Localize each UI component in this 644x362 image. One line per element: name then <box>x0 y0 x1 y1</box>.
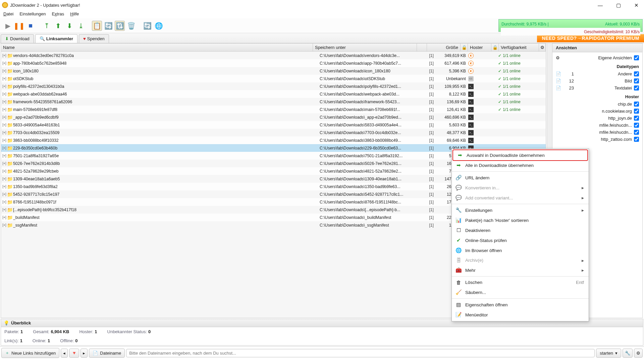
play-icon[interactable]: ▶ <box>3 21 13 31</box>
hoster-label[interactable]: n.cookielaw.org <box>556 109 632 114</box>
expand-icon[interactable]: [+] <box>2 92 7 96</box>
col-parts[interactable] <box>417 44 427 51</box>
expand-icon[interactable]: [+] <box>2 100 7 104</box>
table-row[interactable]: [+]📁5833-d49005a4e48163b1C:\Users\fab\Do… <box>1 121 546 129</box>
refresh-icon[interactable]: 🔄 <box>103 21 113 31</box>
filetype-label[interactable]: Textdatei <box>576 85 632 90</box>
arrow-down-icon[interactable]: ⬇ <box>64 21 74 31</box>
ctx-convert[interactable]: 💬Konvertieren in...▸ <box>452 183 589 193</box>
table-row[interactable]: [+]📁otSDKStubC:\Users\fab\Downloads\otSD… <box>1 75 546 82</box>
tab-linksammler[interactable]: 🔍Linksammler <box>35 34 77 43</box>
ctx-clean[interactable]: 🧹Säubern... <box>452 287 589 297</box>
stop-icon[interactable]: ■ <box>25 21 36 31</box>
col-name[interactable]: Name <box>1 44 313 51</box>
expand-icon[interactable]: [+] <box>2 115 7 119</box>
ctx-add-converted[interactable]: 💬Add converted variant...▸ <box>452 193 589 203</box>
hoster-checkbox[interactable] <box>634 130 639 135</box>
hoster-label[interactable]: http_joyn.de <box>556 116 632 121</box>
table-row[interactable]: [+]📁_app-e2ad70b9ed6cdbf9C:\Users\fab\Do… <box>1 113 546 121</box>
expand-icon[interactable]: [+] <box>2 123 7 127</box>
expand-icon[interactable]: [+] <box>2 200 7 204</box>
table-row[interactable]: [+]📁vendors-4d4dc3ed0ec782781c0aC:\Users… <box>1 52 546 59</box>
lock-icon[interactable]: 🔒 <box>491 44 499 51</box>
window-minimize-icon[interactable]: — <box>598 3 603 8</box>
own-views-checkbox[interactable] <box>634 55 639 60</box>
arrow-right-button[interactable]: ▸ <box>80 349 88 358</box>
ctx-menu-editor[interactable]: 📝Menüeditor <box>452 310 589 320</box>
expand-icon[interactable]: [+] <box>2 208 7 212</box>
table-row[interactable]: [+]📁app-780b40ab5c762be85948C:\Users\fab… <box>1 59 546 67</box>
expand-icon[interactable]: [+] <box>2 192 7 196</box>
arrow-up-full-icon[interactable]: ⤒ <box>42 21 52 31</box>
expand-icon[interactable]: [+] <box>2 146 7 150</box>
hoster-label[interactable]: mfile.feishucdn... <box>556 123 632 128</box>
ctx-sort-hoster[interactable]: 📊Paket(e) nach 'Hoster' sortieren <box>452 215 589 225</box>
ctx-url-change[interactable]: 🔗URL ändern <box>452 173 589 183</box>
window-close-icon[interactable]: ✕ <box>634 3 639 8</box>
hoster-label[interactable]: http_zattoo.com <box>556 137 632 142</box>
dropdown-button[interactable]: 🔻 <box>69 349 79 358</box>
expand-icon[interactable]: [+] <box>2 169 7 173</box>
hoster-checkbox[interactable] <box>634 102 639 107</box>
pause-icon[interactable]: ❚❚ <box>14 21 24 31</box>
filetype-checkbox[interactable] <box>634 78 639 83</box>
tool-settings-icon[interactable]: ⚙ <box>634 349 643 358</box>
filetype-label[interactable]: Bild <box>576 78 632 83</box>
filetype-label[interactable]: Andere <box>576 71 632 76</box>
expand-icon[interactable]: [+] <box>2 131 7 134</box>
expand-icon[interactable]: [+] <box>2 138 7 142</box>
ctx-check-online[interactable]: ✔Online-Status prüfen <box>452 235 589 245</box>
premium-bar[interactable]: ＋Einen Premiumaccount hinzufügen... <box>0 359 644 362</box>
expand-icon[interactable]: [+] <box>2 154 7 158</box>
filetype-checkbox[interactable] <box>634 85 639 90</box>
hoster-checkbox[interactable] <box>634 116 639 121</box>
expand-icon[interactable]: [+] <box>2 185 7 188</box>
search-input[interactable] <box>129 351 592 356</box>
ctx-add-selection[interactable]: ➡Auswahl in Downloadliste übernehmen <box>452 149 588 161</box>
expand-icon[interactable]: [+] <box>2 177 7 181</box>
globe-icon[interactable]: 🌐 <box>154 21 164 31</box>
clipboard-watch-icon[interactable]: 📋 <box>92 21 102 31</box>
delete-icon[interactable]: 🗑️ <box>126 21 136 31</box>
arrow-up-icon[interactable]: ⬆ <box>53 21 63 31</box>
ctx-deactivate[interactable]: ☐Deaktivieren <box>452 225 589 235</box>
ctx-delete[interactable]: 🗑LöschenEntf <box>452 278 589 287</box>
menu-extras[interactable]: Extras <box>52 11 64 16</box>
col-hoster[interactable]: Hoster <box>468 44 491 51</box>
expand-icon[interactable]: [+] <box>2 223 7 227</box>
hoster-checkbox[interactable] <box>634 109 639 114</box>
ctx-more[interactable]: 🧰Mehr▸ <box>452 265 589 275</box>
ctx-archive[interactable]: 🗄Archiv(e)▸ <box>452 255 589 265</box>
table-row[interactable]: [+]📁webpack-abe03ddab62eaa46C:\Users\fab… <box>1 90 546 98</box>
ctx-open-browser[interactable]: 🌐Im Browser öffnen <box>452 245 589 255</box>
gear-icon[interactable]: ⚙ <box>556 55 562 60</box>
expand-icon[interactable]: [+] <box>2 162 7 165</box>
tool-wrench-icon[interactable]: 🔧 <box>623 349 633 358</box>
own-views-label[interactable]: Eigene Ansichten <box>564 55 632 60</box>
filename-filter-button[interactable]: 📄Dateiname <box>89 349 125 358</box>
tab-download[interactable]: ⬇Download <box>1 34 34 43</box>
table-row[interactable]: [+]📁polyfills-42372ed130431b0aC:\Users\f… <box>1 82 546 90</box>
window-maximize-icon[interactable]: ▢ <box>616 3 621 8</box>
expand-icon[interactable]: [+] <box>2 69 7 73</box>
table-row[interactable]: [+]📁framework-55423558761a62096C:\Users\… <box>1 98 546 106</box>
expand-icon[interactable]: [+] <box>2 216 7 219</box>
start-button[interactable]: starten ▾ <box>596 349 621 358</box>
ctx-add-all[interactable]: ➡Alle in Downloadliste übernehmen <box>452 160 589 170</box>
hoster-label[interactable]: chip.de <box>556 102 632 107</box>
hoster-checkbox[interactable] <box>634 137 639 142</box>
table-row[interactable]: [+]📁7703-0cc4db032ea15509C:\Users\fab\Do… <box>1 129 546 136</box>
arrow-down-full-icon[interactable]: ⤓ <box>76 21 86 31</box>
ctx-settings[interactable]: 🔧Einstellungen▸ <box>452 205 589 215</box>
table-row[interactable]: [+]📁icon_180x180C:\Users\fab\Downloads\i… <box>1 67 546 75</box>
expand-icon[interactable]: [+] <box>2 108 7 111</box>
col-saveunder[interactable]: Speichern unter <box>313 44 417 51</box>
menu-datei[interactable]: DDateiatei <box>3 11 13 16</box>
lock-icon[interactable]: 🔒 <box>461 44 468 51</box>
reconnect-icon[interactable]: 🔃 <box>115 21 125 31</box>
add-links-button[interactable]: ＋Neue Links hinzufügen <box>1 348 59 358</box>
expand-icon[interactable]: [+] <box>2 54 7 57</box>
tab-spenden[interactable]: ♥Spenden <box>79 34 109 43</box>
columns-gear-icon[interactable]: ⚙ <box>539 44 546 51</box>
filetype-checkbox[interactable] <box>634 71 639 76</box>
